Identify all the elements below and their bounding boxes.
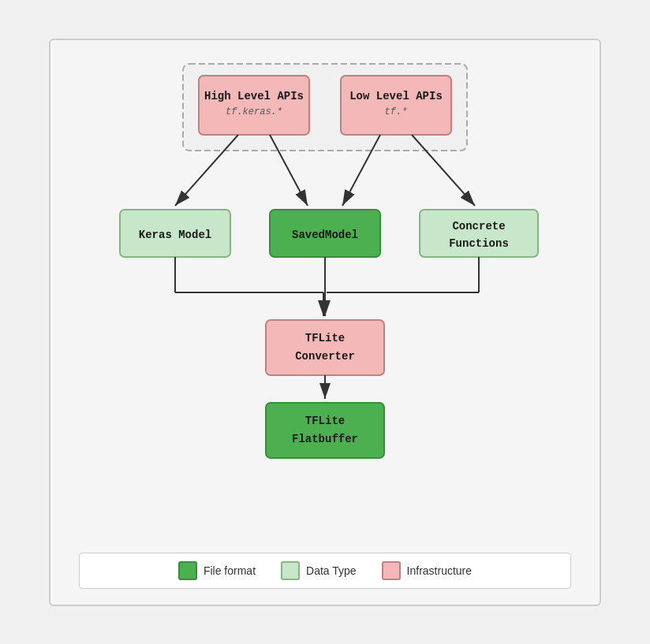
tflite-converter-label-1: TFLite xyxy=(305,332,345,344)
saved-model-label: SavedModel xyxy=(292,229,358,241)
low-level-apis-subtitle: tf.* xyxy=(385,106,408,117)
low-level-apis-title: Low Level APIs xyxy=(349,90,443,102)
concrete-functions-label-2: Functions xyxy=(449,237,509,250)
legend-infrastructure-label: Infrastructure xyxy=(407,564,472,577)
high-level-apis-subtitle: tf.keras.* xyxy=(226,106,282,117)
legend: File format Data Type Infrastructure xyxy=(79,553,570,589)
legend-infrastructure: Infrastructure xyxy=(382,561,472,580)
main-container: High Level APIs tf.keras.* Low Level API… xyxy=(49,39,601,606)
high-level-apis-title: High Level APIs xyxy=(204,90,304,102)
legend-data-type: Data Type xyxy=(281,561,357,580)
tflite-flatbuffer-box xyxy=(266,403,384,458)
diagram-svg: High Level APIs tf.keras.* Low Level API… xyxy=(73,56,577,497)
legend-data-type-label: Data Type xyxy=(306,564,357,577)
legend-file-format-label: File format xyxy=(204,564,256,577)
legend-data-type-box xyxy=(281,561,300,580)
tflite-flatbuffer-label-2: Flatbuffer xyxy=(292,433,358,445)
tflite-flatbuffer-label-1: TFLite xyxy=(305,415,345,427)
legend-file-format: File format xyxy=(178,561,256,580)
keras-model-label: Keras Model xyxy=(139,229,211,241)
low-level-apis-box xyxy=(341,76,451,135)
tflite-converter-box xyxy=(266,320,384,375)
concrete-functions-box xyxy=(420,210,538,257)
tflite-converter-label-2: Converter xyxy=(295,350,355,363)
diagram-area: High Level APIs tf.keras.* Low Level API… xyxy=(66,56,584,538)
legend-infrastructure-box xyxy=(382,561,401,580)
high-level-apis-box xyxy=(199,76,309,135)
concrete-functions-label-1: Concrete xyxy=(452,220,505,233)
legend-file-format-box xyxy=(178,561,197,580)
